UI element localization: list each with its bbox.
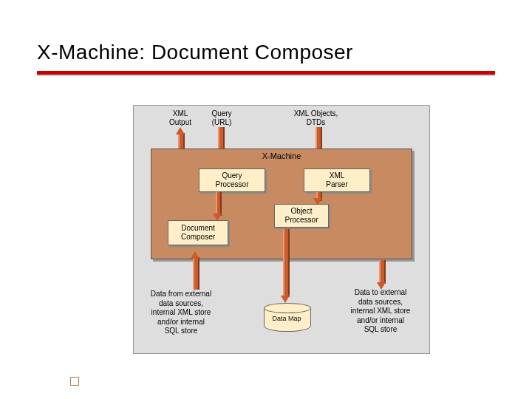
text: Data to external <box>355 288 407 296</box>
title-underline-shadow <box>37 75 495 76</box>
data-map-cylinder: Data Map <box>264 303 310 335</box>
text: data sources, <box>358 298 403 306</box>
caption-data-from: Data from external data sources, interna… <box>133 290 229 336</box>
text: Processor <box>284 216 318 225</box>
arrow-data-to-doc <box>191 251 200 290</box>
arrow-xmachine-to-external <box>377 260 386 290</box>
xmachine-label: X-Machine <box>151 151 412 160</box>
text: (URL) <box>212 118 232 126</box>
text: Object <box>291 207 313 216</box>
text: Composer <box>181 233 215 242</box>
text: Query <box>211 109 231 117</box>
object-processor-box: Object Processor <box>274 204 329 228</box>
text: and/or internal <box>357 316 404 324</box>
text: internal XML store <box>351 307 411 315</box>
arrow-query-to-doc <box>214 192 222 222</box>
arrow-object-to-datamap <box>281 229 290 303</box>
architecture-diagram: XML Output Query (URL) XML Objects, DTDs… <box>133 105 429 352</box>
text: SQL store <box>165 327 198 335</box>
label-query-url: Query (URL) <box>201 109 242 127</box>
text: Document <box>181 224 215 233</box>
label-xml-objects: XML Objects, DTDs <box>277 109 355 127</box>
arrow-parser-to-object <box>314 192 323 207</box>
xml-parser-box: XML Parser <box>304 168 370 192</box>
text: XML <box>173 109 188 117</box>
text: DTDs <box>307 118 326 126</box>
footer-bullet-icon <box>70 377 79 386</box>
slide-title: X-Machine: Document Composer <box>37 41 353 64</box>
text: and/or internal <box>157 318 205 326</box>
text: Output <box>169 118 191 126</box>
text: Query <box>222 171 242 181</box>
text: SQL store <box>364 325 398 333</box>
text: Processor <box>215 180 248 190</box>
text: Parser <box>326 180 347 190</box>
caption-data-to: Data to external data sources, internal … <box>332 288 429 335</box>
document-composer-box: Document Composer <box>168 220 228 245</box>
text: XML <box>330 171 345 181</box>
text: data sources, <box>159 299 203 307</box>
data-map-label: Data Map <box>264 315 310 322</box>
label-xml-output: XML Output <box>160 109 201 127</box>
query-processor-box: Query Processor <box>199 168 265 192</box>
text: internal XML store <box>151 308 211 316</box>
text: Data from external <box>151 290 211 298</box>
cylinder-top <box>264 303 311 313</box>
text: XML Objects, <box>294 109 338 117</box>
